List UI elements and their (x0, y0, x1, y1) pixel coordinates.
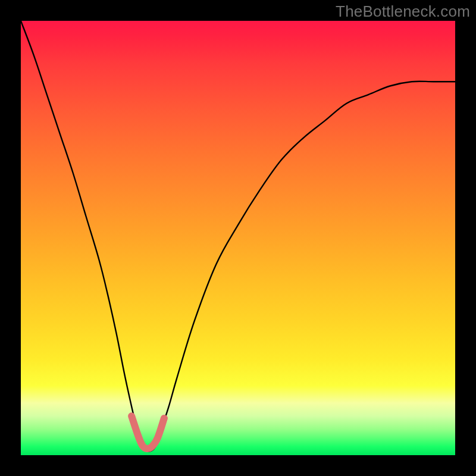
curve-layer (21, 21, 455, 455)
bottleneck-curve (21, 21, 455, 452)
chart-root: TheBottleneck.com (0, 0, 476, 476)
plot-area (21, 21, 455, 455)
highlight-markers (131, 416, 164, 449)
watermark-text: TheBottleneck.com (336, 2, 470, 21)
